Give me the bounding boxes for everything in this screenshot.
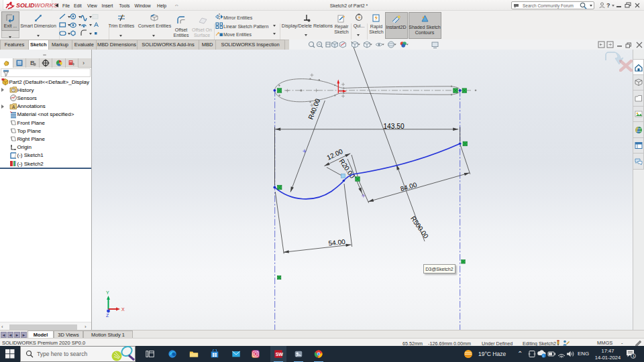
svg-text:SW: SW [276,352,283,357]
svg-text:R500.00: R500.00 [409,215,430,240]
svg-text:X: X [121,307,125,312]
svg-text:i: i [543,354,543,358]
svg-text:A: A [12,105,15,109]
svg-text:143.50: 143.50 [383,123,404,130]
svg-text:Z: Z [106,313,109,318]
svg-text:R20.00: R20.00 [338,158,357,180]
svg-text:84.00: 84.00 [399,181,418,193]
svg-text:R40.00: R40.00 [307,97,321,120]
svg-text:Y: Y [106,290,109,295]
